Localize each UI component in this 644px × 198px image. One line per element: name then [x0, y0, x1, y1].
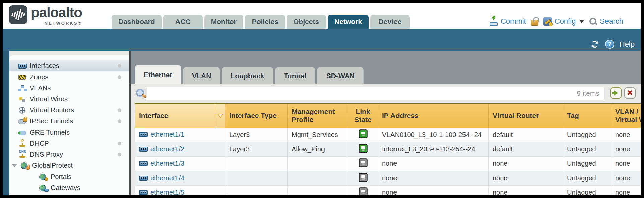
config-icon — [543, 17, 552, 26]
tab-objects[interactable]: Objects — [287, 15, 326, 29]
sidebar-item-label: DHCP — [30, 140, 49, 147]
sidebar-item-virtual-wires[interactable]: Virtual Wires — [9, 94, 129, 105]
cell-management-profile: Allow_Ping — [288, 142, 348, 156]
sidebar-item-virtual-routers[interactable]: Virtual Routers — [9, 105, 129, 116]
help-label[interactable]: Help — [620, 40, 635, 49]
close-icon: ✖ — [627, 89, 633, 97]
col-header-interface[interactable]: Interface — [135, 104, 215, 128]
table-row[interactable]: ethernet1/2 Layer3 Allow_Ping Internet_L… — [135, 142, 641, 156]
interface-link[interactable]: ethernet1/5 — [139, 189, 184, 196]
right-arrow-icon — [614, 90, 618, 96]
table-row[interactable]: ethernet1/4 none none Untagged none — [135, 171, 641, 185]
link-state-icon — [359, 129, 368, 138]
link-state-icon — [359, 144, 368, 153]
dhcp-icon: IP — [18, 140, 27, 147]
sidebar-item-dns-proxy[interactable]: DNS DNS Proxy — [9, 149, 129, 160]
search-label: Search — [600, 17, 623, 26]
column-sort-dropdown[interactable] — [215, 104, 225, 128]
cell-ip-address: none — [378, 185, 489, 195]
interfaces-table: Interface Interface Type Management Prof… — [131, 103, 641, 195]
refresh-icon[interactable] — [590, 40, 600, 49]
item-dot — [118, 64, 121, 68]
search-button[interactable]: Search — [589, 17, 623, 26]
interface-link[interactable]: ethernet1/2 — [139, 145, 184, 153]
top-actions: Commit Config Search — [489, 15, 623, 28]
toolbar: ? Help — [3, 29, 641, 51]
config-menu-button[interactable]: Config — [543, 17, 585, 26]
interface-link[interactable]: ethernet1/3 — [139, 160, 184, 167]
sidebar-item-globalprotect[interactable]: GlobalProtect — [9, 160, 129, 171]
tab-monitor[interactable]: Monitor — [204, 15, 243, 29]
cell-virtual-router: none — [489, 185, 563, 195]
item-dot — [118, 108, 121, 112]
ethernet-icon — [139, 176, 148, 181]
tab-ethernet[interactable]: Ethernet — [135, 65, 181, 84]
sidebar-item-zones[interactable]: Zones — [9, 71, 129, 83]
virtual-wires-icon — [18, 96, 27, 103]
dns-proxy-icon: DNS — [18, 151, 27, 158]
interface-link[interactable]: ethernet1/4 — [139, 174, 184, 182]
tab-loopback[interactable]: Loopback — [222, 67, 273, 84]
tab-dashboard[interactable]: Dashboard — [112, 15, 162, 29]
table-row[interactable]: ethernet1/5 none none Untagged none — [135, 185, 641, 195]
col-header-ip-address[interactable]: IP Address — [378, 104, 489, 128]
cell-interface-type — [225, 185, 288, 195]
clear-filter-button[interactable]: ✖ — [624, 87, 636, 99]
tab-policies[interactable]: Policies — [245, 15, 285, 29]
cell-virtual-router: default — [489, 142, 563, 156]
sidebar-item-label: VLANs — [30, 84, 51, 92]
sidebar-item-label: Gateways — [51, 184, 80, 192]
sidebar-item-label: Virtual Wires — [30, 95, 68, 103]
cell-vlan: none — [611, 185, 641, 195]
lock-icon[interactable] — [531, 20, 538, 26]
ethernet-icon — [139, 161, 148, 166]
col-header-management-profile[interactable]: Management Profile — [288, 104, 348, 128]
commit-button[interactable]: Commit — [489, 17, 526, 26]
filter-input[interactable] — [147, 87, 604, 100]
tab-network[interactable]: Network — [328, 15, 369, 29]
cell-management-profile — [288, 171, 348, 185]
cell-tag: Untagged — [563, 185, 611, 195]
item-dot — [118, 75, 121, 79]
col-header-vlan-virtual-wire[interactable]: VLAN / Virtual Wire — [611, 104, 641, 128]
col-header-tag[interactable]: Tag — [563, 104, 611, 128]
tab-acc[interactable]: ACC — [163, 15, 203, 29]
col-header-link-state[interactable]: Link State — [348, 104, 378, 128]
col-header-interface-type[interactable]: Interface Type — [225, 104, 288, 128]
help-icon[interactable]: ? — [605, 40, 614, 49]
tab-tunnel[interactable]: Tunnel — [275, 67, 315, 84]
cell-ip-address: none — [378, 171, 489, 185]
sidebar-item-vlans[interactable]: VLANs — [9, 83, 129, 94]
sidebar-item-ipsec-tunnels[interactable]: IPSec Tunnels — [9, 116, 129, 127]
interface-link[interactable]: ethernet1/1 — [139, 131, 184, 138]
tab-device[interactable]: Device — [370, 15, 410, 29]
cell-vlan: none — [611, 171, 641, 185]
sidebar-item-label: Interfaces — [30, 62, 59, 70]
cell-interface-type: Layer3 — [225, 142, 288, 156]
cell-virtual-router: none — [489, 156, 563, 171]
sidebar-item-gre-tunnels[interactable]: GRE Tunnels — [9, 127, 129, 138]
cell-ip-address: Internet_L3_203-0-113-254--24 — [378, 142, 489, 156]
tab-vlan[interactable]: VLAN — [183, 67, 220, 84]
commit-icon — [489, 17, 498, 26]
zones-icon — [18, 73, 27, 81]
apply-filter-button[interactable] — [610, 87, 622, 99]
link-state-icon — [359, 158, 368, 167]
vlans-icon — [18, 85, 27, 92]
filter-search-icon — [136, 89, 145, 98]
sidebar-item-gateways[interactable]: Gateways — [9, 182, 129, 193]
sidebar-item-dhcp[interactable]: IP DHCP — [9, 138, 129, 149]
col-header-virtual-router[interactable]: Virtual Router — [489, 104, 563, 128]
sidebar-item-interfaces[interactable]: Interfaces — [9, 60, 129, 71]
paloalto-logo-icon — [9, 5, 27, 24]
cell-tag: Untagged — [563, 156, 611, 171]
tab-sdwan[interactable]: SD-WAN — [317, 67, 364, 84]
table-row[interactable]: ethernet1/1 Layer3 Mgmt_Services VLAN010… — [135, 128, 641, 142]
sidebar: Interfaces Zones VLANs Virtual Wires — [9, 55, 129, 195]
table-header-row: Interface Interface Type Management Prof… — [135, 104, 641, 128]
cell-interface-type: Layer3 — [225, 128, 288, 142]
expander-icon[interactable] — [12, 164, 17, 167]
sidebar-item-portals[interactable]: Portals — [9, 171, 129, 182]
gre-tunnels-icon — [18, 129, 27, 136]
table-row[interactable]: ethernet1/3 none none Untagged none — [135, 156, 641, 171]
